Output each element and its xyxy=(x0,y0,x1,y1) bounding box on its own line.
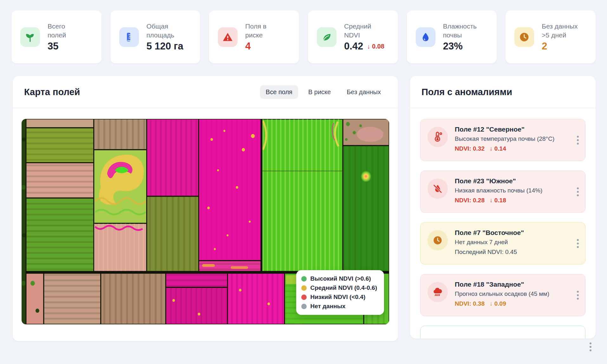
anomalies-panel-header: Поля с аномалиями xyxy=(410,76,596,108)
map-panel-header: Карта полей Все поля В риске Без данных xyxy=(13,76,398,108)
stat-card-total-fields: Всего полей 35 xyxy=(11,10,101,63)
stat-value: 5 120 га xyxy=(147,41,183,52)
anomaly-metric: NDVI: 0.32 xyxy=(455,145,485,152)
stat-label: Влажность почвы xyxy=(443,22,477,39)
filter-no-data[interactable]: Без данных xyxy=(341,85,387,99)
anomaly-metric-delta: ↓ 0.14 xyxy=(490,145,506,152)
clock-icon xyxy=(428,230,448,250)
legend-dot-green xyxy=(301,276,307,282)
warning-triangle-icon xyxy=(218,27,238,47)
anomaly-card-field-12[interactable]: Поле #12 "Северное" Высокая температура … xyxy=(420,119,585,161)
stat-value: 4 xyxy=(245,41,251,52)
anomaly-title: Поле #23 "Южное" xyxy=(455,177,542,185)
field-map-image[interactable]: Высокий NDVI (>0.6) Средний NDVI (0.4-0.… xyxy=(22,119,389,324)
anomaly-metric: NDVI: 0.28 xyxy=(455,197,485,204)
legend-dot-gray xyxy=(301,304,307,309)
map-filters: Все поля В риске Без данных xyxy=(260,85,387,99)
anomaly-metric-delta: ↓ 0.09 xyxy=(490,300,506,307)
stat-label: Поля в риске xyxy=(245,22,266,39)
legend-label: Средний NDVI (0.4-0.6) xyxy=(310,284,377,291)
rain-cloud-icon xyxy=(428,282,448,302)
thermometer-icon xyxy=(428,127,448,147)
anomalies-list: Поле #12 "Северное" Высокая температура … xyxy=(410,108,596,339)
map-panel-title: Карта полей xyxy=(24,87,80,97)
anomaly-metric: NDVI: 0.38 xyxy=(455,300,485,307)
legend-row-mid-ndvi: Средний NDVI (0.4-0.6) xyxy=(301,284,377,291)
stat-value: 23% xyxy=(443,41,463,52)
legend-dot-amber xyxy=(301,285,307,291)
anomaly-subtitle: Нет данных 7 дней xyxy=(455,239,524,246)
filter-at-risk[interactable]: В риске xyxy=(303,85,336,99)
ruler-icon xyxy=(119,27,139,47)
legend-row-high-ndvi: Высокий NDVI (>0.6) xyxy=(301,275,377,282)
filter-all-fields[interactable]: Все поля xyxy=(260,85,298,99)
kebab-menu-icon[interactable] xyxy=(576,289,580,301)
stat-card-average-ndvi: Средний NDVI 0.42 ↓ 0.08 xyxy=(308,10,398,63)
stat-label: Без данных >5 дней xyxy=(542,22,578,39)
kebab-menu-icon[interactable] xyxy=(576,238,580,249)
stat-card-fields-at-risk: Поля в риске 4 xyxy=(209,10,299,63)
anomaly-subtitle: Прогноз сильных осадков (45 мм) xyxy=(455,290,549,297)
anomaly-subtitle: Высокая температура почвы (28°C) xyxy=(455,135,554,142)
stats-row: Всего полей 35 Общая площадь 5 120 га По xyxy=(11,10,596,63)
map-legend: Высокий NDVI (>0.6) Средний NDVI (0.4-0.… xyxy=(296,270,384,315)
stat-value: 0.42 xyxy=(344,41,363,52)
field-map-panel: Карта полей Все поля В риске Без данных xyxy=(13,76,398,341)
seedling-icon xyxy=(20,27,40,47)
legend-row-low-ndvi: Низкий NDVI (<0.4) xyxy=(301,294,377,301)
anomaly-title: Поле #7 "Восточное" xyxy=(455,229,524,237)
stat-value: 35 xyxy=(48,41,58,52)
stat-label: Средний NDVI xyxy=(344,22,384,39)
droplet-off-icon xyxy=(428,179,448,199)
droplet-icon xyxy=(416,27,435,47)
stat-card-no-data: Без данных >5 дней 2 xyxy=(506,10,596,63)
legend-row-no-data: Нет данных xyxy=(301,303,377,310)
anomaly-card-field-23[interactable]: Поле #23 "Южное" Низкая влажность почвы … xyxy=(420,171,585,213)
leaf-icon xyxy=(317,27,336,47)
legend-label: Высокий NDVI (>0.6) xyxy=(310,275,371,282)
kebab-menu-icon[interactable] xyxy=(576,134,580,146)
anomaly-title: Поле #18 "Западное" xyxy=(455,281,549,288)
anomaly-title: Поле #12 "Северное" xyxy=(455,126,554,133)
anomaly-card-cutoff[interactable] xyxy=(420,326,585,339)
kebab-menu-icon[interactable] xyxy=(576,186,580,198)
stat-label: Общая площадь xyxy=(147,22,183,39)
anomaly-metric-delta: ↓ 0.18 xyxy=(490,197,506,204)
stat-card-soil-moisture: Влажность почвы 23% xyxy=(407,10,497,63)
legend-label: Низкий NDVI (<0.4) xyxy=(310,294,365,301)
anomaly-subtitle: Низкая влажность почвы (14%) xyxy=(455,187,542,194)
anomaly-metric: Последний NDVI: 0.45 xyxy=(455,249,517,256)
clock-icon xyxy=(514,27,534,47)
stat-label: Всего полей xyxy=(48,22,66,39)
legend-dot-red xyxy=(301,295,307,300)
anomaly-card-field-7[interactable]: Поле #7 "Восточное" Нет данных 7 дней По… xyxy=(420,222,585,264)
legend-label: Нет данных xyxy=(310,303,345,310)
stat-card-total-area: Общая площадь 5 120 га xyxy=(110,10,200,63)
ndvi-delta: ↓ 0.08 xyxy=(367,43,384,50)
anomalies-panel: Поля с аномалиями Поле #12 "Северное" Вы… xyxy=(410,76,596,339)
page-kebab-menu-icon[interactable] xyxy=(590,342,591,351)
anomaly-card-field-18[interactable]: Поле #18 "Западное" Прогноз сильных осад… xyxy=(420,274,585,316)
anomalies-panel-title: Поля с аномалиями xyxy=(421,87,512,97)
stat-value: 2 xyxy=(542,41,547,52)
